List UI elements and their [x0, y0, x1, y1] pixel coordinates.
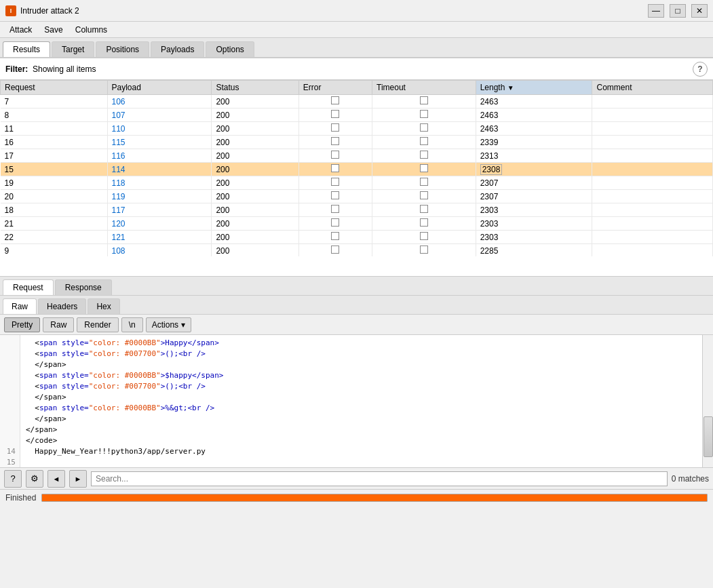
tab-results[interactable]: Results	[3, 41, 50, 57]
cell-payload: 117	[107, 203, 212, 217]
cell-payload: 106	[107, 95, 212, 109]
window-title: Intruder attack 2	[20, 6, 79, 16]
cell-request: 20	[1, 190, 108, 203]
cell-payload: 120	[107, 217, 212, 231]
tab-request[interactable]: Request	[3, 279, 54, 295]
table-row[interactable]: 19 118 200 2307	[1, 176, 713, 190]
cell-length: 2307	[476, 190, 592, 203]
btn-raw[interactable]: Raw	[43, 317, 74, 332]
btn-newline[interactable]: \n	[121, 317, 143, 332]
cell-error	[298, 203, 372, 217]
col-status[interactable]: Status	[212, 81, 298, 95]
filter-label: Filter:	[5, 64, 28, 74]
tab-positions[interactable]: Positions	[96, 41, 149, 57]
table-row[interactable]: 18 117 200 2303	[1, 203, 713, 217]
cell-timeout	[372, 203, 476, 217]
cell-status: 200	[212, 122, 298, 136]
cell-request: 8	[1, 109, 108, 122]
filter-bar: Filter: Showing all items ?	[0, 58, 713, 80]
cell-status: 200	[212, 176, 298, 190]
cell-request: 21	[1, 217, 108, 231]
cell-error	[298, 136, 372, 149]
col-length[interactable]: Length ▼	[476, 81, 592, 95]
status-text: Finished	[5, 493, 36, 503]
cell-comment	[592, 244, 713, 257]
col-comment[interactable]: Comment	[592, 81, 713, 95]
table-row[interactable]: 16 115 200 2339	[1, 136, 713, 149]
table-row[interactable]: 20 119 200 2307	[1, 190, 713, 203]
forward-button[interactable]: ►	[69, 470, 87, 488]
cell-request: 18	[1, 203, 108, 217]
cell-timeout	[372, 122, 476, 136]
cell-error	[298, 190, 372, 203]
tab-response[interactable]: Response	[55, 279, 112, 295]
subtab-raw[interactable]: Raw	[3, 298, 37, 314]
menu-save[interactable]: Save	[39, 24, 68, 36]
table-row[interactable]: 9 108 200 2285	[1, 244, 713, 257]
cell-length: 2308	[476, 163, 592, 176]
code-content[interactable]: <span style="color: #0000BB">Happy</span…	[20, 335, 702, 467]
cell-comment	[592, 122, 713, 136]
table-row[interactable]: 8 107 200 2463	[1, 109, 713, 122]
cell-status: 200	[212, 244, 298, 257]
subtab-headers[interactable]: Headers	[38, 298, 86, 314]
cell-timeout	[372, 136, 476, 149]
cell-status: 200	[212, 163, 298, 176]
req-res-tabs: Request Response	[0, 277, 713, 296]
filter-text: Filter: Showing all items	[5, 64, 96, 74]
cell-status: 200	[212, 231, 298, 244]
bottom-toolbar: ? ⚙ ◄ ► 0 matches	[0, 467, 713, 489]
cell-timeout	[372, 244, 476, 257]
tab-options[interactable]: Options	[206, 41, 254, 57]
help-button[interactable]: ?	[693, 62, 708, 77]
table-row[interactable]: 17 116 200 2313	[1, 149, 713, 163]
sort-arrow: ▼	[507, 84, 514, 92]
subtab-hex[interactable]: Hex	[88, 298, 119, 314]
menu-columns[interactable]: Columns	[70, 24, 113, 36]
cell-timeout	[372, 176, 476, 190]
restore-button[interactable]: □	[670, 4, 686, 18]
cell-payload: 121	[107, 231, 212, 244]
col-payload[interactable]: Payload	[107, 81, 212, 95]
cell-comment	[592, 136, 713, 149]
cell-length: 2303	[476, 231, 592, 244]
col-timeout[interactable]: Timeout	[372, 81, 476, 95]
cell-length: 2303	[476, 203, 592, 217]
code-scrollbar[interactable]	[702, 335, 713, 467]
scrollbar-thumb[interactable]	[704, 416, 713, 457]
btn-render[interactable]: Render	[77, 317, 118, 332]
table-row[interactable]: 21 120 200 2303	[1, 217, 713, 231]
menu-attack[interactable]: Attack	[4, 24, 37, 36]
cell-timeout	[372, 149, 476, 163]
close-button[interactable]: ✕	[691, 4, 708, 18]
cell-status: 200	[212, 190, 298, 203]
cell-comment	[592, 109, 713, 122]
sub-tabs: Raw Headers Hex	[0, 296, 713, 315]
tab-payloads[interactable]: Payloads	[151, 41, 204, 57]
table-row[interactable]: 7 106 200 2463	[1, 95, 713, 109]
col-error[interactable]: Error	[298, 81, 372, 95]
tab-target[interactable]: Target	[52, 41, 94, 57]
minimize-button[interactable]: —	[648, 4, 664, 18]
back-button[interactable]: ◄	[47, 470, 65, 488]
btn-pretty[interactable]: Pretty	[4, 317, 40, 332]
cell-length: 2463	[476, 109, 592, 122]
cell-comment	[592, 163, 713, 176]
search-input[interactable]	[91, 471, 668, 486]
actions-dropdown[interactable]: Actions ▾	[146, 317, 191, 332]
cell-request: 19	[1, 176, 108, 190]
cell-length: 2307	[476, 176, 592, 190]
help-icon-button[interactable]: ?	[4, 470, 22, 488]
table-row[interactable]: 22 121 200 2303	[1, 231, 713, 244]
table-wrapper[interactable]: Request Payload Status Error Timeout Len…	[0, 80, 713, 256]
table-row[interactable]: 15 114 200 2308	[1, 163, 713, 176]
col-request[interactable]: Request	[1, 81, 108, 95]
code-editor: 14 15 <span style="color: #0000BB">Happy…	[0, 335, 713, 467]
table-row[interactable]: 11 110 200 2463	[1, 122, 713, 136]
cell-status: 200	[212, 109, 298, 122]
results-table-container: Request Payload Status Error Timeout Len…	[0, 80, 713, 277]
cell-comment	[592, 176, 713, 190]
cell-status: 200	[212, 217, 298, 231]
settings-icon-button[interactable]: ⚙	[26, 470, 43, 488]
cell-payload: 114	[107, 163, 212, 176]
